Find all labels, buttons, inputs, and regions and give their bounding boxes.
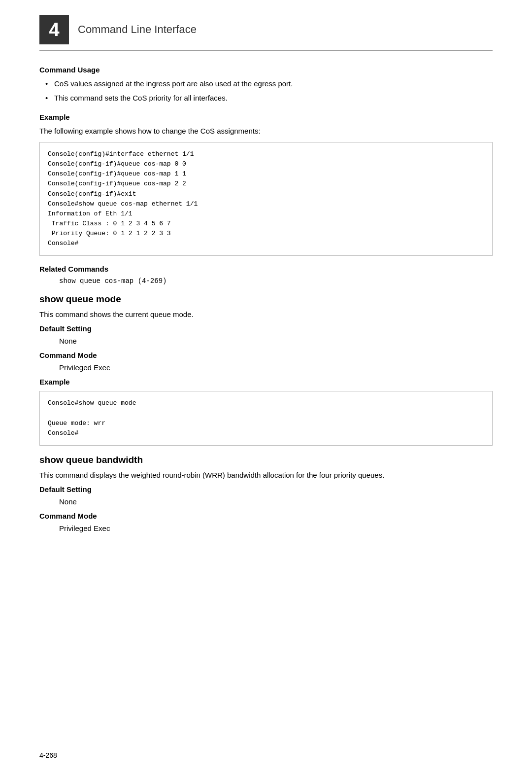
header-title: Command Line Interface bbox=[78, 23, 197, 36]
example1-section: Example The following example shows how … bbox=[39, 113, 493, 256]
show-queue-mode-heading: show queue mode bbox=[39, 294, 493, 305]
example1-heading: Example bbox=[39, 113, 493, 121]
show-queue-bandwidth-section: show queue bandwidth This command displa… bbox=[39, 455, 493, 532]
command-usage-heading: Command Usage bbox=[39, 66, 493, 74]
show-queue-mode-cmd-mode-value: Privileged Exec bbox=[39, 363, 493, 372]
page: 4 Command Line Interface Command Usage C… bbox=[0, 0, 532, 774]
related-commands-section: Related Commands show queue cos-map (4-2… bbox=[39, 265, 493, 285]
show-queue-mode-description: This command shows the current queue mod… bbox=[39, 309, 493, 320]
bullet-item: CoS values assigned at the ingress port … bbox=[54, 78, 493, 90]
show-queue-mode-example-heading: Example bbox=[39, 378, 493, 386]
related-commands-heading: Related Commands bbox=[39, 265, 493, 273]
example1-code: Console(config)#interface ethernet 1/1 C… bbox=[39, 142, 493, 256]
show-queue-mode-example-code: Console#show queue mode Queue mode: wrr … bbox=[39, 391, 493, 446]
command-usage-bullets: CoS values assigned at the ingress port … bbox=[39, 78, 493, 104]
page-header: 4 Command Line Interface bbox=[39, 15, 493, 51]
show-queue-mode-section: show queue mode This command shows the c… bbox=[39, 294, 493, 446]
bullet-item: This command sets the CoS priority for a… bbox=[54, 92, 493, 104]
related-command-item: show queue cos-map (4-269) bbox=[39, 277, 493, 285]
show-queue-bandwidth-cmd-mode-heading: Command Mode bbox=[39, 512, 493, 520]
show-queue-mode-cmd-mode-heading: Command Mode bbox=[39, 351, 493, 359]
command-usage-section: Command Usage CoS values assigned at the… bbox=[39, 66, 493, 104]
show-queue-bandwidth-description: This command displays the weighted round… bbox=[39, 469, 493, 481]
show-queue-bandwidth-default-heading: Default Setting bbox=[39, 485, 493, 493]
show-queue-bandwidth-heading: show queue bandwidth bbox=[39, 455, 493, 465]
page-footer: 4-268 bbox=[39, 751, 57, 759]
show-queue-mode-default-value: None bbox=[39, 337, 493, 345]
show-queue-mode-default-heading: Default Setting bbox=[39, 324, 493, 333]
chapter-number: 4 bbox=[39, 15, 69, 44]
show-queue-bandwidth-default-value: None bbox=[39, 497, 493, 506]
example1-intro: The following example shows how to chang… bbox=[39, 125, 493, 137]
show-queue-bandwidth-cmd-mode-value: Privileged Exec bbox=[39, 524, 493, 532]
